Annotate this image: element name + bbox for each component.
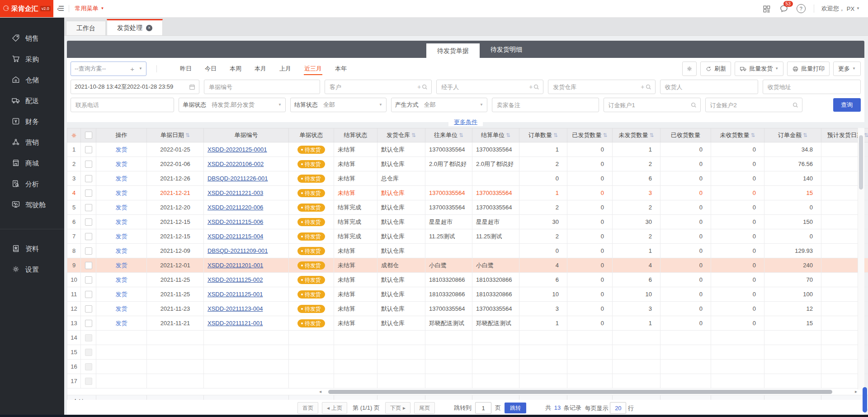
filter-input-field-单据编号[interactable]: [208, 83, 316, 91]
sidebar-item-采购[interactable]: 采购: [0, 49, 64, 70]
row-checkbox[interactable]: [85, 204, 92, 211]
row-checkbox[interactable]: [85, 218, 92, 226]
sidebar-item-财务[interactable]: 财务: [0, 111, 64, 132]
ship-link[interactable]: 发货: [116, 305, 127, 312]
row-checkbox[interactable]: [85, 175, 92, 182]
filter-input-field-订金账户2[interactable]: [709, 101, 791, 109]
batch-print-button[interactable]: 批量打印: [787, 62, 830, 76]
sidebar-item-分析[interactable]: 分析: [0, 174, 64, 194]
jump-page-input[interactable]: [475, 402, 491, 414]
select-all-checkbox[interactable]: [85, 132, 92, 139]
search-button[interactable]: 查询: [833, 98, 861, 112]
sidebar-item-设置[interactable]: 设置: [0, 259, 64, 280]
sort-icon[interactable]: ⇅: [553, 132, 558, 138]
sidebar-item-驾驶舱[interactable]: 驾驶舱: [0, 194, 64, 215]
next-page-button[interactable]: 下页▸: [385, 402, 410, 414]
row-checkbox[interactable]: [85, 233, 92, 240]
order-code-link[interactable]: DBSQD-20211209-001: [208, 247, 268, 254]
order-code-link[interactable]: XSDD-20211201-001: [208, 262, 263, 269]
calendar-icon[interactable]: [189, 84, 195, 90]
sidebar-item-配送[interactable]: 配送: [0, 90, 64, 111]
filter-input-field-客户[interactable]: [329, 83, 415, 91]
row-checkbox[interactable]: [85, 291, 92, 298]
sort-icon[interactable]: ⇅: [185, 132, 190, 138]
tab-shipping[interactable]: 发货处理 ×: [107, 19, 163, 35]
horizontal-scrollbar-thumb[interactable]: [328, 390, 832, 394]
quick-filter-本年[interactable]: 本年: [335, 62, 347, 75]
ship-link[interactable]: 发货: [116, 247, 127, 254]
sidebar-item-销售[interactable]: 销售: [0, 28, 64, 49]
column-settings-gear-icon[interactable]: [67, 128, 81, 142]
order-code-link[interactable]: XSDD-20211125-002: [208, 276, 263, 283]
close-icon[interactable]: ×: [146, 25, 152, 31]
ship-link[interactable]: 发货: [116, 233, 127, 240]
quick-filter-上月[interactable]: 上月: [279, 62, 292, 75]
filter-input-field-发货仓库[interactable]: [552, 83, 639, 91]
apps-grid-icon[interactable]: [762, 4, 771, 13]
ship-link[interactable]: 发货: [116, 320, 127, 327]
sort-icon[interactable]: ⇅: [603, 132, 607, 138]
search-icon[interactable]: [691, 102, 697, 108]
tab-workbench[interactable]: 工作台: [66, 21, 106, 35]
first-page-button[interactable]: 首页: [297, 402, 318, 414]
sort-icon[interactable]: ⇅: [750, 132, 755, 138]
filter-input-field-经手人[interactable]: [440, 83, 527, 91]
order-code-link[interactable]: DBSQD-20211226-001: [208, 175, 268, 182]
column-header-订单金额[interactable]: 订单金额⇅: [764, 128, 821, 142]
sidebar-collapse-icon[interactable]: ‹☰: [57, 5, 63, 13]
ship-link[interactable]: 发货: [116, 291, 127, 298]
order-code-link[interactable]: XSDD-20211221-003: [208, 190, 263, 196]
common-menu-dropdown[interactable]: 常用菜单 ▼: [75, 5, 104, 13]
order-code-link[interactable]: XSDD-20220125-0001: [208, 146, 267, 153]
column-header-结算单位[interactable]: 结算单位⇅: [472, 128, 519, 142]
plus-icon[interactable]: +: [130, 65, 134, 73]
sidebar-item-营销[interactable]: 营销: [0, 132, 64, 153]
scroll-left-arrow-icon[interactable]: ◂: [319, 389, 321, 395]
column-header-未收货数量[interactable]: 未收货数量⇅: [711, 128, 764, 142]
column-header-往来单位[interactable]: 往来单位⇅: [425, 128, 472, 142]
column-header-单据日期[interactable]: 单据日期⇅: [147, 128, 204, 142]
messages-icon[interactable]: 53: [779, 4, 788, 13]
sort-icon[interactable]: ⇅: [506, 132, 510, 138]
sidebar-item-资料[interactable]: 资料: [0, 238, 64, 259]
row-checkbox[interactable]: [85, 305, 92, 313]
sidebar-item-商城[interactable]: 商城: [0, 153, 64, 174]
filter-select-单据状态[interactable]: 单据状态待发货,部分发货▼: [179, 98, 286, 112]
filter-select-结算状态[interactable]: 结算状态全部▼: [290, 98, 387, 112]
scrollbar-thumb[interactable]: [859, 135, 863, 190]
ship-link[interactable]: 发货: [116, 262, 127, 269]
table-vertical-scrollbar[interactable]: [858, 128, 864, 389]
scroll-track[interactable]: ◂▸: [67, 389, 868, 395]
order-code-link[interactable]: XSDD-20211125-001: [208, 291, 263, 298]
row-checkbox[interactable]: [85, 146, 92, 153]
ship-link[interactable]: 发货: [116, 204, 127, 211]
filter-input-field-订金账户1[interactable]: [608, 101, 689, 109]
row-checkbox[interactable]: [85, 276, 92, 284]
filter-select-产生方式[interactable]: 产生方式全部▼: [391, 98, 487, 112]
plus-search-icon[interactable]: +: [641, 83, 651, 90]
date-range-input[interactable]: 2021-10-28 13:42至2022-01-28 23:59: [71, 80, 199, 94]
more-button[interactable]: 更多 ▼: [833, 62, 861, 76]
order-code-link[interactable]: XSDD-20211121-001: [208, 320, 263, 327]
column-header-发货仓库[interactable]: 发货仓库⇅: [377, 128, 425, 142]
column-header-已发货数量[interactable]: 已发货数量⇅: [567, 128, 613, 142]
sort-icon[interactable]: ⇅: [803, 132, 807, 138]
sort-icon[interactable]: ⇅: [864, 132, 868, 138]
column-header-订单数量[interactable]: 订单数量⇅: [519, 128, 567, 142]
settings-button[interactable]: [682, 62, 697, 76]
jump-button[interactable]: 跳转: [505, 403, 526, 413]
user-menu[interactable]: 欢迎您， PX ▼: [814, 5, 860, 13]
view-tab-pending-details[interactable]: 待发货明细: [480, 41, 533, 58]
row-checkbox[interactable]: [85, 262, 92, 269]
ship-link[interactable]: 发货: [116, 218, 127, 225]
ship-link[interactable]: 发货: [116, 276, 127, 283]
sort-icon[interactable]: ⇅: [459, 132, 463, 138]
last-page-button[interactable]: 尾页: [414, 402, 435, 414]
ship-link[interactable]: 发货: [116, 175, 127, 182]
prev-page-button[interactable]: ◂上页: [322, 402, 347, 414]
row-checkbox[interactable]: [85, 320, 92, 327]
plus-search-icon[interactable]: +: [529, 83, 539, 90]
batch-ship-button[interactable]: 批量发货 ▼: [735, 62, 783, 76]
sort-icon[interactable]: ⇅: [649, 132, 654, 138]
quick-filter-近三月[interactable]: 近三月: [304, 62, 322, 75]
